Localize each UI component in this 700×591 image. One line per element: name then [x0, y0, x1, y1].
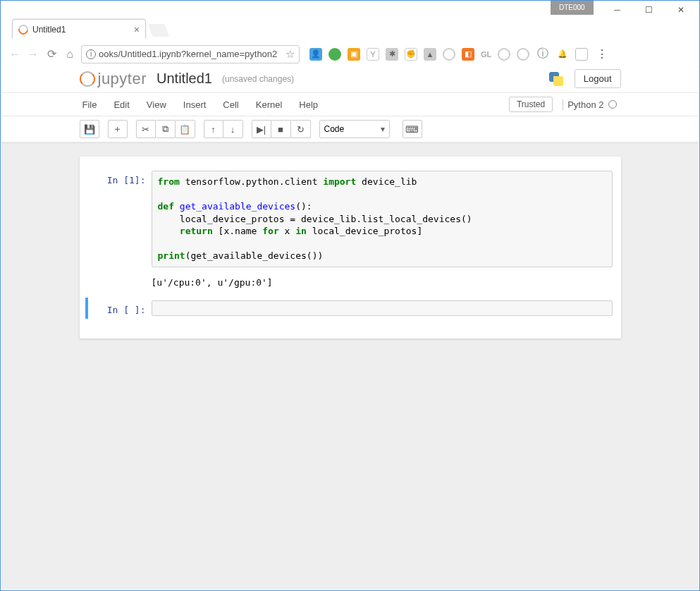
extensions-row: 👤 ▣ Y ✱ ✊ ▲ ◧ GL ⓘ 🔔	[309, 47, 588, 61]
extension-icon-6[interactable]: ✊	[405, 48, 417, 61]
extension-icon-8[interactable]	[443, 48, 455, 61]
forward-button[interactable]: →	[26, 47, 40, 61]
save-button[interactable]: 💾	[80, 120, 99, 138]
menu-kernel[interactable]: Kernel	[247, 99, 291, 110]
cell-1-input[interactable]: from tensorflow.python.client import dev…	[152, 171, 613, 267]
reload-button[interactable]: ⟳	[44, 47, 59, 61]
paste-button[interactable]: 📋	[176, 120, 195, 138]
extension-icon-7[interactable]: ▲	[424, 48, 436, 61]
code-cell-1[interactable]: In [1]: from tensorflow.python.client im…	[85, 168, 615, 270]
cell-2-prompt: In [ ]:	[88, 300, 152, 316]
notebook-save-status: (unsaved changes)	[222, 74, 294, 84]
kernel-name-label: Python 2	[567, 99, 603, 110]
url-text: ooks/Untitled1.ipynb?kernel_name=python2	[99, 49, 277, 59]
menu-help[interactable]: Help	[290, 99, 326, 110]
run-button[interactable]: ▶|	[252, 120, 271, 138]
site-info-icon[interactable]: i	[86, 49, 96, 59]
extension-icon-12[interactable]	[517, 48, 529, 61]
cell-2-input[interactable]	[152, 300, 613, 316]
jupyter-menubar: File Edit View Insert Cell Kernel Help T…	[1, 92, 699, 116]
bookmark-star-icon[interactable]: ☆	[285, 48, 295, 61]
logout-button[interactable]: Logout	[575, 69, 621, 88]
extension-icon-2[interactable]	[328, 48, 341, 61]
cell-type-select[interactable]: Code	[319, 120, 390, 138]
menu-cell[interactable]: Cell	[214, 99, 247, 110]
browser-tabstrip: Untitled1 ×	[1, 16, 699, 39]
extension-icon-1[interactable]: 👤	[309, 48, 322, 61]
insert-cell-button[interactable]: ＋	[108, 120, 128, 138]
cell-1-output-prompt	[88, 276, 152, 292]
cell-type-value: Code	[324, 124, 345, 134]
extension-icon-4[interactable]: Y	[367, 48, 379, 61]
notebook-container: In [1]: from tensorflow.python.client im…	[80, 157, 621, 339]
kernel-status-icon	[608, 100, 617, 109]
jupyter-logo-icon	[80, 71, 95, 87]
command-palette-button[interactable]: ⌨	[403, 120, 422, 138]
cell-1-prompt: In [1]:	[88, 171, 152, 267]
python-logo-icon	[548, 71, 565, 87]
menu-view[interactable]: View	[138, 99, 175, 110]
notebook-title[interactable]: Untitled1	[156, 71, 212, 87]
home-button[interactable]: ⌂	[63, 47, 77, 61]
move-down-button[interactable]: ↓	[223, 120, 243, 138]
browser-menu-button[interactable]: ⋮	[592, 47, 612, 61]
trusted-indicator[interactable]: Trusted	[509, 97, 553, 112]
menu-insert[interactable]: Insert	[175, 99, 215, 110]
jupyter-logo[interactable]: jupyter	[80, 70, 147, 88]
restart-button[interactable]: ↻	[291, 120, 311, 138]
cell-1-output: [u'/cpu:0', u'/gpu:0']	[152, 276, 613, 292]
extension-icon-9[interactable]: ◧	[462, 48, 474, 61]
browser-toolbar: ← → ⟳ ⌂ i ooks/Untitled1.ipynb?kernel_na…	[1, 42, 699, 67]
cut-button[interactable]: ✂	[136, 120, 156, 138]
extension-doc-icon[interactable]	[575, 48, 588, 61]
copy-button[interactable]: ⧉	[156, 120, 176, 138]
browser-tab-active[interactable]: Untitled1 ×	[12, 19, 146, 39]
new-tab-button[interactable]	[148, 24, 170, 37]
extension-icon-5[interactable]: ✱	[386, 48, 398, 61]
extension-bell-icon[interactable]: 🔔	[556, 48, 569, 61]
menu-file[interactable]: File	[80, 99, 106, 110]
jupyter-toolbar: 💾 ＋ ✂ ⧉ 📋 ↑ ↓ ▶| ■ ↻ Code	[1, 116, 699, 142]
extension-icon-11[interactable]	[498, 48, 510, 61]
tab-title: Untitled1	[32, 25, 66, 35]
window-badge: DTE000	[551, 1, 594, 15]
extension-icon-3[interactable]: ▣	[348, 48, 360, 61]
extension-info-icon[interactable]: ⓘ	[536, 47, 550, 61]
back-button[interactable]: ←	[8, 47, 22, 61]
kernel-indicator[interactable]: Python 2	[563, 99, 620, 110]
page-content: jupyter Untitled1 (unsaved changes) Logo…	[1, 65, 699, 590]
jupyter-favicon-icon	[16, 23, 30, 37]
jupyter-header: jupyter Untitled1 (unsaved changes) Logo…	[1, 65, 699, 92]
jupyter-logo-text: jupyter	[98, 70, 147, 88]
interrupt-button[interactable]: ■	[271, 120, 291, 138]
extension-icon-10[interactable]: GL	[481, 48, 491, 61]
tab-close-icon[interactable]: ×	[134, 24, 140, 35]
address-bar[interactable]: i ooks/Untitled1.ipynb?kernel_name=pytho…	[81, 45, 300, 63]
code-cell-2[interactable]: In [ ]:	[85, 298, 615, 319]
menu-edit[interactable]: Edit	[105, 99, 137, 110]
move-up-button[interactable]: ↑	[204, 120, 223, 138]
code-cell-1-output-row: [u'/cpu:0', u'/gpu:0']	[85, 273, 615, 295]
